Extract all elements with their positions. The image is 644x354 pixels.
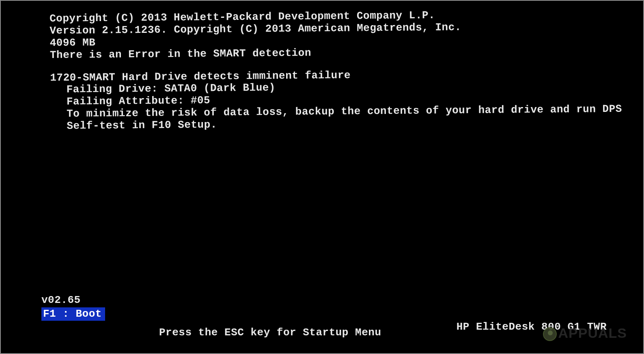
bios-version: v02.65 — [41, 294, 631, 307]
bios-footer: v02.65 F1 : Boot Press the ESC key for S… — [41, 294, 631, 337]
bios-text-block: Copyright (C) 2013 Hewlett-Packard Devel… — [50, 8, 632, 133]
f1-boot-prompt[interactable]: F1 : Boot — [41, 307, 105, 321]
smart-advice-line: To minimize the risk of data loss, backu… — [50, 103, 632, 133]
esc-startup-menu-prompt[interactable]: Press the ESC key for Startup Menu — [159, 326, 381, 339]
system-model: HP EliteDesk 800 G1 TWR — [457, 321, 607, 333]
bios-screen: Copyright (C) 2013 Hewlett-Packard Devel… — [50, 13, 631, 341]
